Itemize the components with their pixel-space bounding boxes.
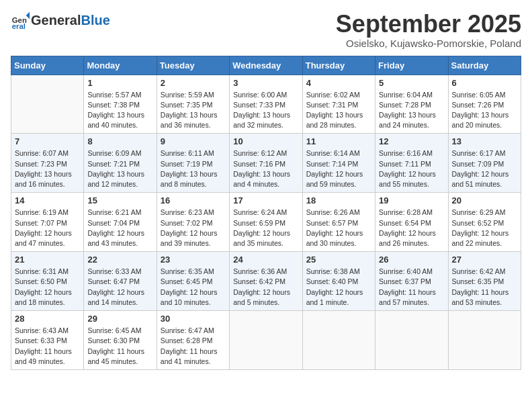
day-number: 13 — [452, 136, 517, 146]
day-cell: 20Sunrise: 6:29 AMSunset: 6:52 PMDayligh… — [448, 193, 521, 252]
day-number: 23 — [161, 255, 226, 265]
calendar-table: SundayMondayTuesdayWednesdayThursdayFrid… — [11, 56, 521, 370]
calendar-body: 1Sunrise: 5:57 AMSunset: 7:38 PMDaylight… — [11, 75, 521, 369]
day-number: 15 — [87, 195, 152, 205]
header-cell-monday: Monday — [84, 56, 157, 75]
calendar-header: SundayMondayTuesdayWednesdayThursdayFrid… — [11, 56, 521, 75]
day-info: Sunrise: 6:19 AMSunset: 7:07 PMDaylight:… — [15, 208, 80, 248]
day-info: Sunrise: 6:21 AMSunset: 7:04 PMDaylight:… — [87, 208, 152, 248]
month-title: September 2025 — [336, 11, 521, 38]
day-number: 4 — [306, 78, 371, 88]
day-info: Sunrise: 6:02 AMSunset: 7:31 PMDaylight:… — [306, 90, 371, 131]
header-cell-thursday: Thursday — [302, 56, 375, 75]
day-info: Sunrise: 6:35 AMSunset: 6:45 PMDaylight:… — [161, 267, 226, 308]
logo: Gen eral GeneralBlue — [11, 11, 110, 30]
day-info: Sunrise: 6:14 AMSunset: 7:14 PMDaylight:… — [306, 148, 371, 189]
day-number: 19 — [379, 195, 444, 205]
day-cell: 3Sunrise: 6:00 AMSunset: 7:33 PMDaylight… — [230, 75, 302, 134]
day-info: Sunrise: 6:36 AMSunset: 6:42 PMDaylight:… — [233, 267, 298, 308]
logo-line2: Blue — [81, 13, 109, 28]
day-number: 8 — [87, 136, 152, 146]
day-cell: 23Sunrise: 6:35 AMSunset: 6:45 PMDayligh… — [157, 252, 229, 311]
week-row-3: 14Sunrise: 6:19 AMSunset: 7:07 PMDayligh… — [11, 193, 521, 252]
day-cell: 18Sunrise: 6:26 AMSunset: 6:57 PMDayligh… — [302, 193, 375, 252]
day-number: 20 — [452, 195, 517, 205]
day-info: Sunrise: 6:29 AMSunset: 6:52 PMDaylight:… — [452, 208, 517, 248]
day-number: 22 — [87, 255, 152, 265]
day-info: Sunrise: 5:57 AMSunset: 7:38 PMDaylight:… — [87, 90, 152, 131]
week-row-1: 1Sunrise: 5:57 AMSunset: 7:38 PMDaylight… — [11, 75, 521, 134]
day-cell: 8Sunrise: 6:09 AMSunset: 7:21 PMDaylight… — [84, 134, 157, 193]
day-cell: 29Sunrise: 6:45 AMSunset: 6:30 PMDayligh… — [84, 311, 157, 370]
location: Osielsko, Kujawsko-Pomorskie, Poland — [336, 38, 521, 49]
day-info: Sunrise: 6:42 AMSunset: 6:35 PMDaylight:… — [452, 267, 517, 308]
svg-text:eral: eral — [12, 22, 26, 30]
day-number: 21 — [15, 255, 80, 265]
day-info: Sunrise: 6:04 AMSunset: 7:28 PMDaylight:… — [379, 90, 444, 131]
header-cell-wednesday: Wednesday — [230, 56, 302, 75]
day-info: Sunrise: 6:12 AMSunset: 7:16 PMDaylight:… — [233, 148, 298, 189]
logo-icon: Gen eral — [11, 11, 30, 30]
day-cell: 22Sunrise: 6:33 AMSunset: 6:47 PMDayligh… — [84, 252, 157, 311]
day-cell: 17Sunrise: 6:24 AMSunset: 6:59 PMDayligh… — [230, 193, 302, 252]
day-cell: 13Sunrise: 6:17 AMSunset: 7:09 PMDayligh… — [448, 134, 521, 193]
day-cell: 12Sunrise: 6:16 AMSunset: 7:11 PMDayligh… — [375, 134, 448, 193]
day-cell: 16Sunrise: 6:23 AMSunset: 7:02 PMDayligh… — [157, 193, 229, 252]
day-info: Sunrise: 6:23 AMSunset: 7:02 PMDaylight:… — [161, 208, 226, 248]
day-cell — [230, 311, 302, 370]
page-header: Gen eral GeneralBlue September 2025 Osie… — [11, 11, 521, 49]
day-number: 10 — [233, 136, 298, 146]
title-block: September 2025 Osielsko, Kujawsko-Pomors… — [336, 11, 521, 49]
day-info: Sunrise: 6:40 AMSunset: 6:37 PMDaylight:… — [379, 267, 444, 308]
day-cell: 6Sunrise: 6:05 AMSunset: 7:26 PMDaylight… — [448, 75, 521, 134]
day-cell: 11Sunrise: 6:14 AMSunset: 7:14 PMDayligh… — [302, 134, 375, 193]
day-info: Sunrise: 6:24 AMSunset: 6:59 PMDaylight:… — [233, 208, 298, 248]
day-cell: 14Sunrise: 6:19 AMSunset: 7:07 PMDayligh… — [11, 193, 84, 252]
day-cell: 9Sunrise: 6:11 AMSunset: 7:19 PMDaylight… — [157, 134, 229, 193]
day-info: Sunrise: 6:07 AMSunset: 7:23 PMDaylight:… — [15, 148, 80, 189]
day-info: Sunrise: 6:00 AMSunset: 7:33 PMDaylight:… — [233, 90, 298, 131]
day-number: 11 — [306, 136, 371, 146]
day-cell: 2Sunrise: 5:59 AMSunset: 7:35 PMDaylight… — [157, 75, 229, 134]
day-cell — [302, 311, 375, 370]
day-number: 6 — [452, 78, 517, 88]
day-info: Sunrise: 6:31 AMSunset: 6:50 PMDaylight:… — [15, 267, 80, 308]
logo-text: GeneralBlue — [31, 13, 110, 28]
day-info: Sunrise: 6:45 AMSunset: 6:30 PMDaylight:… — [87, 326, 152, 367]
week-row-5: 28Sunrise: 6:43 AMSunset: 6:33 PMDayligh… — [11, 311, 521, 370]
header-cell-tuesday: Tuesday — [157, 56, 229, 75]
header-row: SundayMondayTuesdayWednesdayThursdayFrid… — [11, 56, 521, 75]
header-cell-saturday: Saturday — [448, 56, 521, 75]
day-number: 5 — [379, 78, 444, 88]
day-number: 28 — [15, 314, 80, 324]
day-number: 7 — [15, 136, 80, 146]
day-number: 12 — [379, 136, 444, 146]
day-info: Sunrise: 5:59 AMSunset: 7:35 PMDaylight:… — [161, 90, 226, 131]
day-cell: 27Sunrise: 6:42 AMSunset: 6:35 PMDayligh… — [448, 252, 521, 311]
day-number: 27 — [452, 255, 517, 265]
day-number: 1 — [87, 78, 152, 88]
day-number: 26 — [379, 255, 444, 265]
day-info: Sunrise: 6:47 AMSunset: 6:28 PMDaylight:… — [161, 326, 226, 367]
day-cell: 30Sunrise: 6:47 AMSunset: 6:28 PMDayligh… — [157, 311, 229, 370]
day-number: 30 — [161, 314, 226, 324]
week-row-2: 7Sunrise: 6:07 AMSunset: 7:23 PMDaylight… — [11, 134, 521, 193]
day-number: 9 — [161, 136, 226, 146]
day-info: Sunrise: 6:11 AMSunset: 7:19 PMDaylight:… — [161, 148, 226, 189]
day-info: Sunrise: 6:33 AMSunset: 6:47 PMDaylight:… — [87, 267, 152, 308]
day-info: Sunrise: 6:05 AMSunset: 7:26 PMDaylight:… — [452, 90, 517, 131]
day-cell: 7Sunrise: 6:07 AMSunset: 7:23 PMDaylight… — [11, 134, 84, 193]
day-cell — [11, 75, 84, 134]
day-cell: 10Sunrise: 6:12 AMSunset: 7:16 PMDayligh… — [230, 134, 302, 193]
day-cell: 1Sunrise: 5:57 AMSunset: 7:38 PMDaylight… — [84, 75, 157, 134]
day-info: Sunrise: 6:28 AMSunset: 6:54 PMDaylight:… — [379, 208, 444, 248]
day-number: 14 — [15, 195, 80, 205]
day-cell: 24Sunrise: 6:36 AMSunset: 6:42 PMDayligh… — [230, 252, 302, 311]
day-cell — [375, 311, 448, 370]
day-number: 16 — [161, 195, 226, 205]
day-number: 2 — [161, 78, 226, 88]
day-cell: 19Sunrise: 6:28 AMSunset: 6:54 PMDayligh… — [375, 193, 448, 252]
day-info: Sunrise: 6:26 AMSunset: 6:57 PMDaylight:… — [306, 208, 371, 248]
header-cell-sunday: Sunday — [11, 56, 84, 75]
day-number: 17 — [233, 195, 298, 205]
